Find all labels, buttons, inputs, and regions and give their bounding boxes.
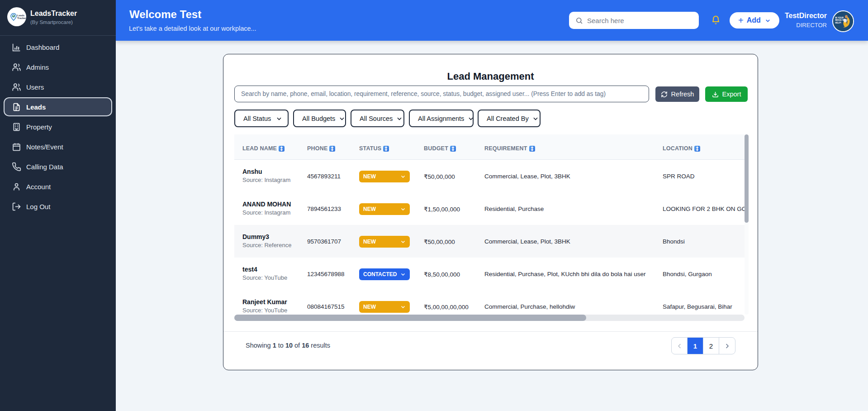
svg-text:IN YOUR: IN YOUR xyxy=(835,17,844,19)
svg-text:IMAGE WITH: IMAGE WITH xyxy=(835,19,848,21)
svg-text:HELP!: HELP! xyxy=(835,22,841,24)
svg-text:Tracker: Tracker xyxy=(17,17,26,19)
